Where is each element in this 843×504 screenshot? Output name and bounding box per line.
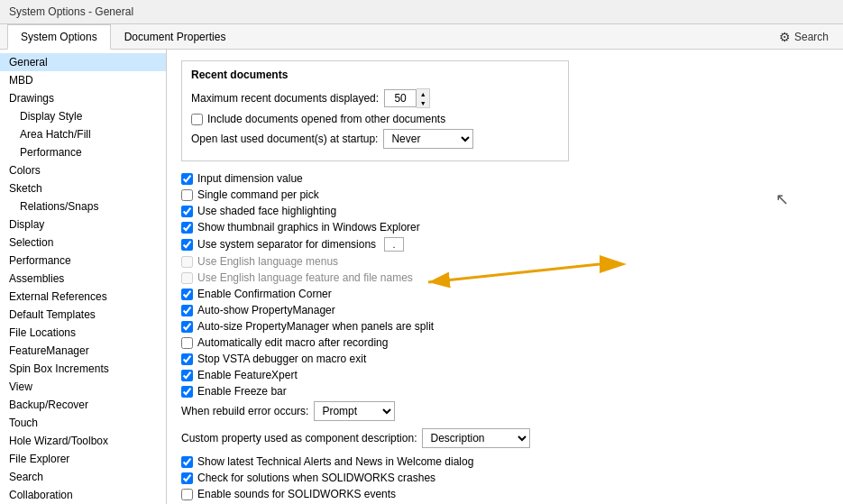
- bottom-checkboxes-section: Show latest Technical Alerts and News in…: [181, 455, 829, 504]
- spinbox-down-btn[interactable]: ▼: [417, 98, 429, 107]
- checkbox-auto-show-pm[interactable]: [181, 305, 193, 316]
- bottom-checkbox-label-check-solutions: Check for solutions when SOLIDWORKS cras…: [197, 472, 435, 484]
- sidebar-item-touch[interactable]: Touch: [0, 414, 166, 432]
- open-last-dropdown[interactable]: Never Always Prompt: [383, 129, 473, 149]
- include-docs-checkbox[interactable]: [191, 114, 203, 125]
- checkbox-enable-freeze[interactable]: [181, 386, 193, 398]
- sidebar-item-colors[interactable]: Colors: [0, 161, 166, 179]
- sidebar-item-area-hatch-fill[interactable]: Area Hatch/Fill: [0, 125, 166, 143]
- bottom-checkbox-check-solutions[interactable]: [181, 472, 193, 484]
- sidebar-item-general[interactable]: General: [0, 53, 166, 71]
- checkbox-label-use-english-menus: Use English language menus: [197, 255, 338, 268]
- tabs-container: System Options Document Properties: [7, 24, 239, 49]
- custom-property-dropdown[interactable]: Description Component Reference Part Num…: [422, 428, 530, 448]
- sidebar-item-relations-snaps[interactable]: Relations/Snaps: [0, 197, 166, 215]
- gear-icon: ⚙: [779, 30, 791, 44]
- sidebar-item-spin-box-increments[interactable]: Spin Box Increments: [0, 360, 166, 378]
- bottom-checkbox-enable-sounds[interactable]: [181, 489, 193, 500]
- rebuild-error-label: When rebuild error occurs:: [181, 405, 308, 417]
- bottom-checkbox-label-enable-sounds: Enable sounds for SOLIDWORKS events: [197, 488, 396, 500]
- checkbox-row-use-english-feature: Use English language feature and file na…: [181, 271, 829, 284]
- sidebar-item-external-references[interactable]: External References: [0, 288, 166, 306]
- sidebar-item-assemblies[interactable]: Assemblies: [0, 270, 166, 288]
- sidebar-item-feature-manager[interactable]: FeatureManager: [0, 342, 166, 360]
- checkbox-label-input-dimension: Input dimension value: [197, 172, 303, 185]
- content-area: Recent documents Maximum recent document…: [167, 50, 843, 504]
- title-text: System Options - General: [9, 5, 133, 18]
- sidebar-item-backup-recover[interactable]: Backup/Recover: [0, 396, 166, 414]
- sidebar-item-performance[interactable]: Performance: [0, 252, 166, 270]
- recent-docs-box: Recent documents Maximum recent document…: [181, 60, 569, 161]
- bottom-checkbox-row-enable-sounds: Enable sounds for SOLIDWORKS events: [181, 488, 829, 500]
- checkbox-row-use-system-separator: Use system separator for dimensions: [181, 237, 829, 252]
- sidebar-item-file-explorer[interactable]: File Explorer: [0, 450, 166, 468]
- max-recent-input[interactable]: [384, 89, 417, 107]
- custom-property-row: Custom property used as component descri…: [181, 428, 829, 448]
- recent-docs-title: Recent documents: [191, 69, 559, 81]
- sidebar-item-selection[interactable]: Selection: [0, 234, 166, 252]
- open-last-label: Open last used document(s) at startup:: [191, 133, 378, 145]
- checkbox-stop-vsta[interactable]: [181, 353, 193, 365]
- sidebar: GeneralMBDDrawingsDisplay StyleArea Hatc…: [0, 50, 167, 504]
- checkbox-row-stop-vsta: Stop VSTA debugger on macro exit: [181, 353, 829, 365]
- checkbox-use-english-menus: [181, 256, 193, 268]
- checkbox-row-show-thumbnail: Show thumbnail graphics in Windows Explo…: [181, 221, 829, 234]
- checkbox-row-use-shaded-face: Use shaded face highlighting: [181, 205, 829, 217]
- checkbox-enable-featurexpert[interactable]: [181, 370, 193, 381]
- checkbox-label-single-command: Single command per pick: [197, 188, 319, 201]
- sidebar-item-default-templates[interactable]: Default Templates: [0, 306, 166, 324]
- max-recent-spinbox: ▲ ▼: [384, 88, 430, 108]
- checkbox-row-input-dimension: Input dimension value: [181, 172, 829, 185]
- include-docs-row: Include documents opened from other docu…: [191, 113, 559, 125]
- search-button[interactable]: ⚙ Search: [772, 26, 836, 48]
- checkbox-use-english-feature: [181, 272, 193, 284]
- sidebar-item-drawings[interactable]: Drawings: [0, 89, 166, 107]
- checkbox-label-use-english-feature: Use English language feature and file na…: [197, 271, 413, 284]
- checkbox-label-stop-vsta: Stop VSTA debugger on macro exit: [197, 353, 366, 365]
- separator-input[interactable]: [384, 237, 404, 252]
- checkbox-label-enable-freeze: Enable Freeze bar: [197, 385, 287, 398]
- checkbox-input-dimension[interactable]: [181, 173, 193, 185]
- sidebar-item-search[interactable]: Search: [0, 468, 166, 486]
- checkbox-row-auto-edit-macro: Automatically edit macro after recording: [181, 336, 829, 349]
- sidebar-item-display[interactable]: Display: [0, 215, 166, 234]
- custom-property-label: Custom property used as component descri…: [181, 432, 417, 444]
- checkbox-row-enable-confirmation: Enable Confirmation Corner: [181, 288, 829, 300]
- checkbox-label-enable-featurexpert: Enable FeatureXpert: [197, 369, 298, 381]
- checkbox-row-use-english-menus: Use English language menus: [181, 255, 829, 268]
- checkbox-label-auto-size-pm: Auto-size PropertyManager when panels ar…: [197, 320, 434, 333]
- max-recent-label: Maximum recent documents displayed:: [191, 92, 379, 105]
- sidebar-item-collaboration[interactable]: Collaboration: [0, 486, 166, 504]
- checkbox-label-auto-show-pm: Auto-show PropertyManager: [197, 304, 335, 316]
- rebuild-error-row: When rebuild error occurs: Prompt Stop C…: [181, 401, 829, 421]
- checkbox-single-command[interactable]: [181, 189, 193, 201]
- checkbox-auto-size-pm[interactable]: [181, 321, 193, 333]
- tab-system-options[interactable]: System Options: [7, 24, 111, 50]
- checkbox-auto-edit-macro[interactable]: [181, 337, 193, 349]
- title-bar: System Options - General: [0, 0, 843, 24]
- sidebar-item-hole-wizard-toolbox[interactable]: Hole Wizard/Toolbox: [0, 432, 166, 450]
- checkbox-enable-confirmation[interactable]: [181, 289, 193, 300]
- bottom-checkbox-label-show-latest-alerts: Show latest Technical Alerts and News in…: [197, 455, 473, 468]
- include-docs-label: Include documents opened from other docu…: [207, 113, 445, 125]
- checkbox-label-auto-edit-macro: Automatically edit macro after recording: [197, 336, 388, 349]
- sidebar-item-performance-drawings[interactable]: Performance: [0, 143, 166, 161]
- sidebar-item-sketch[interactable]: Sketch: [0, 179, 166, 197]
- max-recent-row: Maximum recent documents displayed: ▲ ▼: [191, 88, 559, 108]
- checkbox-show-thumbnail[interactable]: [181, 222, 193, 234]
- sidebar-item-file-locations[interactable]: File Locations: [0, 324, 166, 342]
- tab-document-properties[interactable]: Document Properties: [111, 24, 240, 49]
- bottom-checkbox-show-latest-alerts[interactable]: [181, 456, 193, 468]
- checkbox-row-auto-size-pm: Auto-size PropertyManager when panels ar…: [181, 320, 829, 333]
- open-last-row: Open last used document(s) at startup: N…: [191, 129, 559, 149]
- checkbox-row-enable-featurexpert: Enable FeatureXpert: [181, 369, 829, 381]
- checkbox-use-shaded-face[interactable]: [181, 206, 193, 217]
- sidebar-item-view[interactable]: View: [0, 378, 166, 396]
- spinbox-up-btn[interactable]: ▲: [417, 89, 429, 98]
- checkbox-use-system-separator[interactable]: [181, 239, 193, 251]
- checkbox-row-single-command: Single command per pick: [181, 188, 829, 201]
- main-layout: GeneralMBDDrawingsDisplay StyleArea Hatc…: [0, 50, 843, 504]
- sidebar-item-mbd[interactable]: MBD: [0, 71, 166, 89]
- rebuild-error-dropdown[interactable]: Prompt Stop Continue: [314, 401, 395, 421]
- sidebar-item-display-style[interactable]: Display Style: [0, 107, 166, 125]
